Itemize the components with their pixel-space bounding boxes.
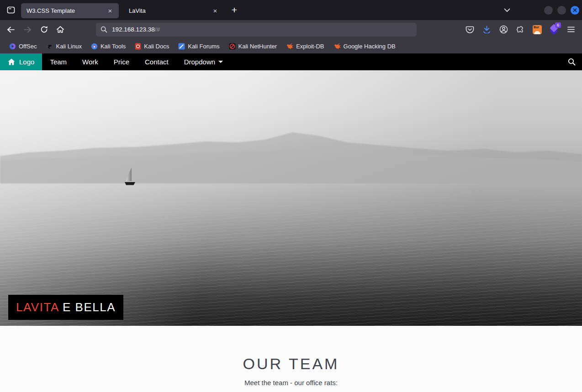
bookmarks-bar: OffSec Kali Linux Kali Tools Kali Docs K…	[0, 39, 582, 53]
hero-image-sailboat: LAVITA E BELLA	[0, 70, 582, 326]
window-maximize-button[interactable]	[557, 6, 566, 15]
exploit-db-bug-icon	[286, 43, 293, 49]
nav-item-price[interactable]: Price	[106, 53, 137, 70]
sailboat	[124, 167, 136, 186]
extensions-puzzle-icon[interactable]	[513, 23, 528, 37]
bookmark-kali-forums[interactable]: Kali Forums	[175, 41, 223, 52]
bookmark-kali-docs[interactable]: Kali Docs	[131, 41, 173, 52]
mountain-range	[0, 124, 582, 183]
browser-tab-bar: W3.CSS Template × LaVita × + ✕	[0, 0, 582, 20]
team-heading: OUR TEAM	[0, 326, 582, 373]
team-subheading: Meet the team - our office rats:	[0, 379, 582, 387]
burp-suite-extension-icon[interactable]: Bur	[530, 23, 545, 37]
nav-item-dropdown[interactable]: Dropdown	[176, 53, 231, 70]
nav-item-work[interactable]: Work	[74, 53, 106, 70]
bookmark-exploit-db[interactable]: Exploit-DB	[282, 41, 328, 52]
tab-close-icon[interactable]: ×	[105, 6, 115, 16]
caption-accent-text: LAVITA	[16, 300, 58, 314]
list-all-tabs-chevron-icon[interactable]	[500, 3, 514, 17]
kali-nethunter-icon	[229, 43, 236, 50]
back-button[interactable]	[4, 23, 18, 37]
search-icon	[568, 58, 576, 66]
tab-close-icon[interactable]: ×	[210, 6, 220, 16]
extension-badge: 6	[555, 22, 561, 28]
url-bar[interactable]: 192.168.123.38/#	[96, 23, 417, 37]
downloads-button[interactable]	[479, 23, 494, 37]
account-icon[interactable]	[496, 23, 511, 37]
bookmark-offsec[interactable]: OffSec	[5, 41, 41, 52]
site-navbar: Logo Team Work Price Contact Dropdown	[0, 53, 582, 70]
reload-button[interactable]	[37, 23, 51, 37]
tab-lavita[interactable]: LaVita ×	[123, 3, 224, 18]
menu-hamburger-icon[interactable]	[564, 23, 578, 37]
kali-docs-icon	[135, 43, 141, 50]
firefox-view-icon[interactable]	[4, 3, 18, 17]
nav-item-contact[interactable]: Contact	[137, 53, 176, 70]
home-button[interactable]	[53, 23, 68, 37]
kali-tools-icon	[91, 43, 98, 50]
nav-item-team[interactable]: Team	[42, 53, 74, 70]
tab-title: LaVita	[129, 7, 210, 14]
search-icon	[101, 26, 107, 33]
ghdb-bug-icon	[333, 43, 341, 49]
window-close-button[interactable]: ✕	[571, 6, 579, 15]
home-icon	[8, 58, 15, 65]
kali-dragon-icon	[46, 43, 53, 50]
bookmark-google-hacking-db[interactable]: Google Hacking DB	[330, 41, 399, 52]
foxyproxy-extension-icon[interactable]: 6	[547, 23, 561, 37]
kali-forums-icon	[178, 43, 185, 50]
tab-w3css-template[interactable]: W3.CSS Template ×	[21, 3, 119, 18]
bookmark-kali-linux[interactable]: Kali Linux	[42, 41, 85, 52]
bookmark-kali-nethunter[interactable]: Kali NetHunter	[225, 41, 281, 52]
nav-logo-home[interactable]: Logo	[0, 53, 42, 70]
offsec-icon	[9, 43, 16, 50]
save-to-pocket-icon[interactable]	[462, 23, 477, 37]
caret-down-icon	[218, 61, 223, 63]
forward-button[interactable]	[20, 23, 35, 37]
hero-caption: LAVITA E BELLA	[8, 295, 123, 320]
window-minimize-button[interactable]	[544, 6, 553, 15]
team-section: OUR TEAM Meet the team - our office rats…	[0, 326, 582, 392]
nav-search-button[interactable]	[561, 53, 582, 70]
url-host: 192.168.123.38	[112, 26, 155, 33]
browser-toolbar: 192.168.123.38/# Bur 6	[0, 20, 582, 39]
caption-rest-text: E BELLA	[58, 300, 116, 314]
url-path: /#	[155, 26, 160, 33]
new-tab-button[interactable]: +	[228, 3, 241, 17]
bookmark-kali-tools[interactable]: Kali Tools	[87, 41, 129, 52]
tab-title: W3.CSS Template	[26, 7, 105, 14]
